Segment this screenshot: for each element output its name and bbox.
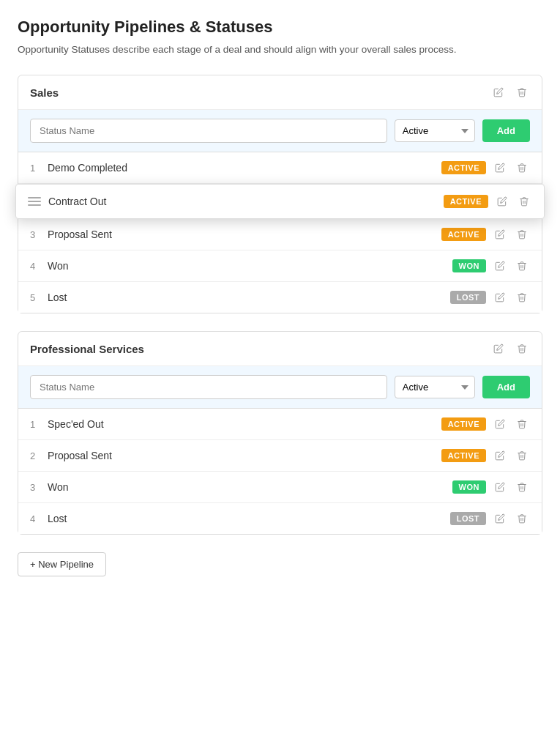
pipeline-card-sales: SalesActiveWonLostAdd1Demo CompletedACTI…: [18, 75, 542, 313]
status-edit-button-sales-4[interactable]: [492, 291, 508, 304]
status-delete-button-sales-4[interactable]: [514, 291, 530, 304]
status-badge-professional-services-1: ACTIVE: [441, 449, 486, 462]
new-pipeline-label: + New Pipeline: [30, 559, 94, 570]
status-delete-button-professional-services-0[interactable]: [514, 417, 530, 431]
page-subtitle: Opportunity Statuses describe each stage…: [18, 42, 515, 57]
status-delete-button-professional-services-3[interactable]: [514, 512, 530, 525]
drag-handle-icon[interactable]: [28, 197, 41, 206]
status-name-professional-services-1: Proposal Sent: [48, 450, 441, 461]
status-edit-button-sales-2[interactable]: [492, 228, 508, 241]
status-edit-button-professional-services-2[interactable]: [492, 480, 508, 494]
status-badge-professional-services-0: ACTIVE: [441, 417, 486, 431]
status-badge-sales-4: LOST: [450, 291, 486, 304]
status-badge-professional-services-3: LOST: [450, 512, 486, 525]
status-name-professional-services-3: Lost: [48, 513, 450, 524]
status-name-input-sales[interactable]: [30, 119, 387, 143]
status-delete-button-professional-services-2[interactable]: [514, 480, 530, 494]
status-delete-button-sales-1[interactable]: [516, 195, 532, 208]
status-num-professional-services-2: 3: [30, 482, 48, 493]
status-num-sales-2: 3: [30, 229, 48, 240]
status-badge-sales-2: ACTIVE: [441, 228, 486, 241]
status-row-sales-4: 5LostLOST: [18, 282, 542, 313]
status-delete-button-sales-3[interactable]: [514, 259, 530, 272]
status-num-professional-services-0: 1: [30, 419, 48, 430]
status-row-sales-2: 3Proposal SentACTIVE: [18, 219, 542, 250]
status-edit-button-sales-1[interactable]: [494, 195, 510, 208]
pipeline-title-sales: Sales: [30, 86, 59, 99]
status-badge-sales-3: WON: [452, 259, 486, 272]
status-name-sales-4: Lost: [48, 292, 450, 303]
pipeline-header-sales: Sales: [18, 75, 542, 110]
page-title: Opportunity Pipelines & Statuses: [18, 18, 542, 37]
status-row-professional-services-3: 4LostLOST: [18, 503, 542, 534]
status-row-professional-services-0: 1Spec'ed OutACTIVE: [18, 409, 542, 440]
status-name-sales-2: Proposal Sent: [48, 229, 441, 240]
add-status-row-sales: ActiveWonLostAdd: [18, 110, 542, 152]
status-name-sales-3: Won: [48, 260, 452, 272]
pipeline-delete-button-sales[interactable]: [514, 86, 530, 99]
status-delete-button-sales-2[interactable]: [514, 228, 530, 241]
status-num-sales-4: 5: [30, 292, 48, 303]
new-pipeline-button[interactable]: + New Pipeline: [18, 552, 106, 576]
status-row-professional-services-2: 3WonWON: [18, 472, 542, 503]
pipeline-card-professional-services: Professional ServicesActiveWonLostAdd1Sp…: [18, 331, 542, 535]
status-edit-button-sales-3[interactable]: [492, 259, 508, 272]
status-name-input-professional-services[interactable]: [30, 375, 387, 399]
status-badge-sales-0: ACTIVE: [441, 161, 486, 174]
status-delete-button-professional-services-1[interactable]: [514, 449, 530, 462]
status-num-professional-services-1: 2: [30, 450, 48, 461]
add-status-row-professional-services: ActiveWonLostAdd: [18, 366, 542, 409]
status-badge-sales-1: ACTIVE: [444, 195, 488, 208]
status-name-professional-services-2: Won: [48, 481, 452, 493]
status-num-professional-services-3: 4: [30, 513, 48, 524]
status-name-sales-1: Contract Out: [48, 196, 444, 207]
status-edit-button-sales-0[interactable]: [492, 161, 508, 174]
status-row-dragging-sales-1: Contract OutACTIVE: [15, 184, 545, 219]
status-num-sales-0: 1: [30, 163, 48, 174]
status-edit-button-professional-services-1[interactable]: [492, 449, 508, 462]
status-row-professional-services-1: 2Proposal SentACTIVE: [18, 440, 542, 472]
add-status-button-professional-services[interactable]: Add: [482, 376, 530, 398]
status-row-sales-3: 4WonWON: [18, 250, 542, 282]
status-num-sales-3: 4: [30, 261, 48, 272]
status-name-sales-0: Demo Completed: [48, 162, 441, 174]
pipeline-edit-button-sales[interactable]: [490, 86, 507, 99]
status-edit-button-professional-services-0[interactable]: [492, 417, 508, 431]
pipeline-delete-button-professional-services[interactable]: [514, 342, 530, 355]
status-type-select-sales[interactable]: ActiveWonLost: [395, 119, 475, 142]
pipeline-title-professional-services: Professional Services: [30, 343, 144, 355]
pipeline-header-professional-services: Professional Services: [18, 332, 542, 366]
pipelines-container: SalesActiveWonLostAdd1Demo CompletedACTI…: [18, 75, 542, 535]
status-delete-button-sales-0[interactable]: [514, 161, 530, 174]
status-edit-button-professional-services-3[interactable]: [492, 512, 508, 525]
status-row-sales-0: 1Demo CompletedACTIVE: [18, 152, 542, 184]
status-name-professional-services-0: Spec'ed Out: [48, 418, 441, 430]
pipeline-edit-button-professional-services[interactable]: [490, 342, 507, 355]
status-badge-professional-services-2: WON: [452, 480, 486, 494]
status-type-select-professional-services[interactable]: ActiveWonLost: [395, 376, 475, 398]
add-status-button-sales[interactable]: Add: [482, 119, 530, 142]
